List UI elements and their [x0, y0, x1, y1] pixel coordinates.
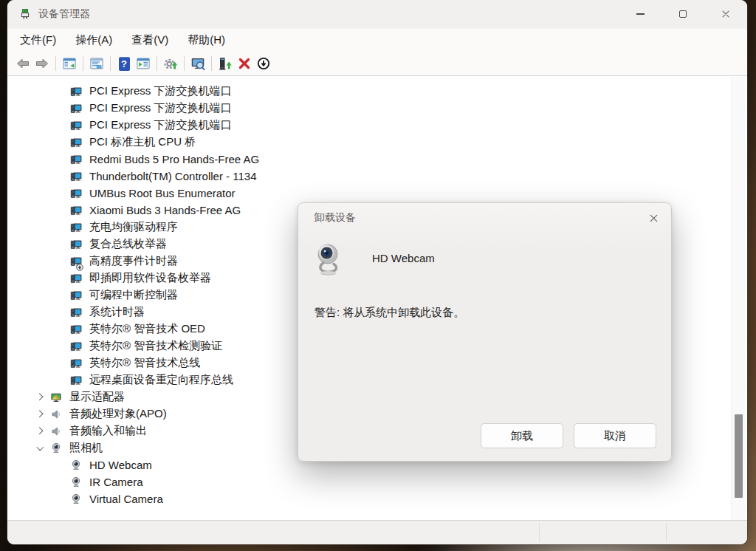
driver-update-icon [218, 56, 233, 71]
properties-button[interactable] [87, 54, 106, 73]
properties-icon [89, 56, 104, 71]
tree-item[interactable]: PCI Express 下游交换机端口 [7, 117, 747, 134]
tree-item-label: HD Webcam [89, 459, 152, 471]
tree-item-label: 复合总线枚举器 [89, 237, 167, 251]
help-icon: ? [119, 57, 130, 71]
help-button[interactable]: ? [114, 54, 134, 73]
audio-device-icon [50, 425, 62, 437]
tree-item-label: 英特尔® 智音技术 OED [89, 322, 205, 336]
minimize-button[interactable] [619, 0, 662, 28]
menu-help[interactable]: 帮助(H) [178, 30, 235, 51]
tree-item-label: Xiaomi Buds 3 Hands-Free AG [89, 204, 241, 216]
menu-view[interactable]: 查看(V) [122, 30, 178, 51]
disable-device-button[interactable] [254, 54, 273, 73]
scan-monitor-icon [190, 56, 205, 71]
cancel-button[interactable]: 取消 [574, 423, 656, 448]
camera-device-icon [70, 476, 82, 488]
window-title: 设备管理器 [38, 7, 90, 21]
camera-device-icon [70, 459, 82, 471]
webcam-icon [316, 243, 341, 277]
tree-item[interactable]: UMBus Root Bus Enumerator [7, 185, 747, 202]
system-device-icon [70, 222, 82, 233]
tree-item-label: 系统计时器 [89, 305, 145, 319]
dialog-title: 卸载设备 [315, 211, 356, 225]
action-pane-icon [136, 56, 151, 71]
vertical-scrollbar[interactable] [731, 77, 746, 520]
system-device-icon [70, 374, 82, 386]
scrollbar-thumb[interactable] [735, 414, 743, 498]
tree-item-label: 可编程中断控制器 [89, 288, 178, 302]
chevron-right-icon[interactable] [34, 391, 46, 403]
close-button[interactable] [704, 0, 747, 28]
tree-item-label: PCI Express 下游交换机端口 [89, 84, 232, 98]
close-icon [648, 213, 659, 224]
system-device-icon [70, 154, 82, 165]
dialog-close-button[interactable] [646, 211, 661, 225]
update-driver-software-button[interactable] [216, 54, 235, 73]
tree-item[interactable]: IR Camera [7, 473, 747, 490]
uninstall-device-dialog: 卸载设备 HD Webcam 警告: 将从系统中卸载此设备。 卸载 取消 [298, 202, 672, 462]
back-button[interactable] [13, 54, 32, 73]
console-tree-icon [62, 56, 77, 71]
system-device-icon [70, 324, 82, 335]
tree-item-label: IR Camera [89, 476, 143, 488]
minimize-icon [636, 13, 645, 14]
tree-item[interactable]: Virtual Camera [7, 490, 747, 507]
uninstall-button[interactable]: 卸载 [481, 423, 563, 448]
device-manager-icon [19, 8, 31, 20]
tree-item-label: Thunderbolt(TM) Controller - 1134 [89, 170, 256, 182]
system-device-icon [70, 205, 82, 216]
tree-item-label: 充电均衡驱动程序 [89, 220, 178, 234]
show-action-pane-button[interactable] [134, 54, 153, 73]
tree-item-label: Redmi Buds 5 Pro Hands-Free AG [89, 153, 259, 165]
toolbar: ? [7, 52, 747, 76]
disable-icon [256, 56, 271, 71]
tree-item[interactable]: Redmi Buds 5 Pro Hands-Free AG [7, 151, 747, 168]
toolbar-separator [157, 56, 157, 71]
system-device-icon [70, 120, 82, 131]
tree-item-label: 显示适配器 [69, 390, 125, 404]
menu-file[interactable]: 文件(F) [10, 30, 66, 51]
tree-item[interactable]: Thunderbolt(TM) Controller - 1134 [7, 168, 747, 185]
device-name: HD Webcam [372, 252, 435, 264]
statusbar-divider [666, 523, 667, 542]
tree-item-label: PCI Express 下游交换机端口 [89, 101, 232, 115]
system-device-icon [70, 103, 82, 114]
statusbar-divider [539, 523, 540, 542]
chevron-down-icon[interactable] [34, 442, 46, 454]
system-device-icon [70, 239, 82, 250]
system-device-icon [70, 273, 82, 284]
tree-item[interactable]: PCI Express 下游交换机端口 [7, 100, 747, 117]
system-device-icon [70, 307, 82, 318]
system-device-icon [70, 171, 82, 182]
scan-hardware-changes-button[interactable] [188, 54, 207, 73]
forward-button[interactable] [32, 54, 52, 73]
forward-arrow-icon [35, 56, 49, 71]
maximize-icon [679, 10, 687, 18]
maximize-button[interactable] [662, 0, 704, 28]
menubar: 文件(F) 操作(A) 查看(V) 帮助(H) [7, 28, 747, 52]
tree-item[interactable]: PCI Express 下游交换机端口 [7, 83, 747, 100]
toolbar-separator [211, 56, 212, 71]
tree-item-label: PCI 标准主机 CPU 桥 [89, 135, 196, 149]
system-device-icon [70, 137, 82, 148]
menu-action[interactable]: 操作(A) [66, 30, 122, 51]
tree-item-label: 英特尔® 智音技术总线 [89, 356, 200, 370]
show-console-tree-button[interactable] [60, 54, 79, 73]
statusbar [7, 520, 747, 544]
chevron-right-icon[interactable] [34, 408, 46, 420]
uninstall-device-button[interactable] [235, 54, 254, 73]
tree-item-label: 音频处理对象(APO) [69, 407, 167, 421]
audio-device-icon [50, 408, 62, 420]
display-adapter-icon [50, 391, 62, 403]
uninstall-x-icon [237, 56, 252, 71]
update-driver-button[interactable] [161, 54, 180, 73]
back-arrow-icon [16, 56, 30, 71]
toolbar-separator [83, 56, 83, 71]
tree-item[interactable]: PCI 标准主机 CPU 桥 [7, 134, 747, 151]
chevron-right-icon[interactable] [34, 425, 46, 437]
warning-text: 警告: 将从系统中卸载此设备。 [315, 306, 464, 320]
tree-item-label: PCI Express 下游交换机端口 [89, 118, 232, 132]
tree-item-label: UMBus Root Bus Enumerator [89, 187, 236, 199]
close-icon [721, 9, 731, 19]
